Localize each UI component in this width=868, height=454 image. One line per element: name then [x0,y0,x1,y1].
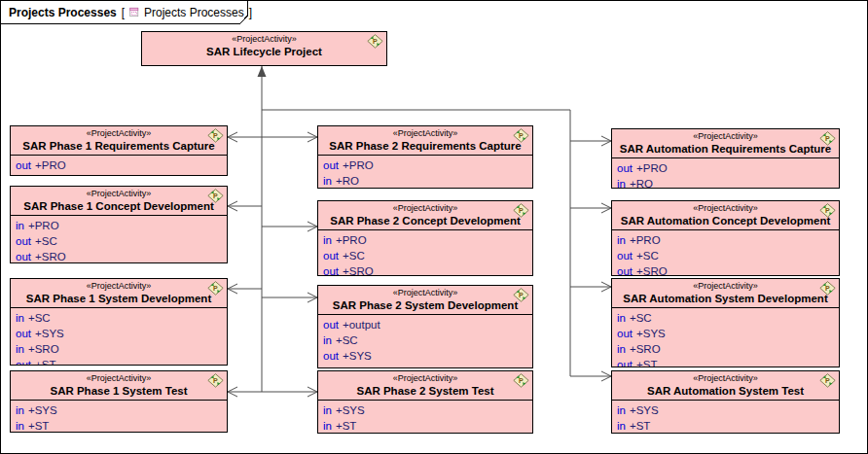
parameter: out+PRO [617,160,839,176]
stereotype-label: «ProjectActivity» [614,203,837,214]
parameters-compartment: in+SCout+SYSin+SROout+ST [11,307,227,366]
param-name: +ST [630,420,650,432]
activity-name: SAR Automation System Test [614,384,837,399]
activity-name: SAR Automation Concept Development [614,214,837,228]
parameters-compartment: in+SYSin+ST [612,400,839,434]
param-direction: out [16,328,31,339]
project-activity-icon: P [513,288,529,302]
parameters-compartment: in+SYSin+ST [11,400,227,433]
param-direction: out [617,162,633,174]
svg-text:P: P [825,135,830,143]
param-name: +RO [630,178,653,189]
svg-text:P: P [519,377,524,385]
param-direction: in [617,234,626,246]
activity-header: «ProjectActivity» SAR Phase 1 System Tes… [11,371,227,400]
activity-name: SAR Phase 1 Requirements Capture [13,139,225,154]
activity-header: «ProjectActivity» SAR Automation System … [612,279,839,307]
param-direction: out [617,250,633,262]
parameter: in+ST [617,418,839,434]
parameter: out+SC [16,233,227,249]
param-direction: in [323,404,332,416]
param-name: +SRO [630,343,661,355]
param-name: +PRO [343,159,374,171]
activity-box-p1_con[interactable]: «ProjectActivity» SAR Phase 1 Concept De… [10,186,228,263]
param-name: +SYS [28,404,57,416]
stereotype-label: «ProjectActivity» [144,34,384,45]
project-activity-icon: P [207,128,224,143]
parameter: out+PRO [16,157,227,173]
param-direction: in [617,420,626,432]
param-name: +PRO [28,220,59,231]
activity-name: SAR Phase 2 Concept Development [320,214,530,228]
activity-name: SAR Phase 2 System Test [320,384,530,399]
param-direction: in [16,404,24,416]
activity-box-p1_test[interactable]: «ProjectActivity» SAR Phase 1 System Tes… [10,370,228,433]
param-direction: in [323,175,332,187]
activity-box-p1_req[interactable]: «ProjectActivity» SAR Phase 1 Requiremen… [10,125,228,176]
stereotype-label: «ProjectActivity» [320,203,530,214]
activity-name: SAR Automation System Development [614,292,837,306]
parameter: out+ST [617,357,839,367]
param-name: +SC [35,235,57,247]
activity-box-p1_sys[interactable]: «ProjectActivity» SAR Phase 1 System Dev… [10,278,228,366]
parameters-compartment: in+PROout+SCout+SRO [318,229,532,276]
tab-open-bracket: [ [122,6,125,19]
activity-box-p2_sys[interactable]: «ProjectActivity» SAR Phase 2 System Dev… [317,285,533,368]
svg-text:P: P [373,38,378,46]
activity-name: SAR Phase 1 System Development [13,292,225,306]
param-direction: out [16,251,31,262]
activity-box-auto_con[interactable]: «ProjectActivity» SAR Automation Concept… [611,200,840,276]
svg-text:P: P [519,207,524,215]
svg-text:P: P [519,292,524,299]
stereotype-label: «ProjectActivity» [13,189,225,199]
param-direction: in [16,312,24,324]
parameters-compartment: in+SCout+SYSin+SROout+ST [612,307,839,367]
param-direction: in [16,420,24,432]
param-direction: in [617,312,626,324]
project-activity-icon: P [819,373,836,388]
param-name: +PRO [636,162,668,174]
activity-box-root[interactable]: «ProjectActivity» SAR Lifecycle Project … [141,31,387,66]
parameter: out+PRO [323,157,532,173]
parameter: out+output [323,317,532,332]
svg-text:P: P [213,192,218,200]
stereotype-label: «ProjectActivity» [320,373,530,384]
param-name: +SRO [35,251,66,262]
parameter: out+SRO [16,249,227,263]
param-name: +SYS [636,328,666,339]
activity-box-p2_test[interactable]: «ProjectActivity» SAR Phase 2 System Tes… [317,370,533,434]
svg-text:P: P [519,132,524,140]
activity-box-p2_con[interactable]: «ProjectActivity» SAR Phase 2 Concept De… [317,200,533,276]
activity-header: «ProjectActivity» SAR Phase 2 Concept De… [318,201,532,229]
param-name: +PRO [336,234,367,246]
param-name: +PRO [630,234,661,246]
activity-box-auto_req[interactable]: «ProjectActivity» SAR Automation Require… [611,128,840,189]
parameter: in+SYS [16,402,227,418]
param-direction: out [16,159,31,171]
activity-box-p2_req[interactable]: «ProjectActivity» SAR Phase 2 Requiremen… [317,125,533,189]
param-direction: in [16,220,24,231]
project-activity-icon: P [513,373,529,388]
param-name: +ST [636,359,657,367]
parameter: out+SRO [617,263,839,276]
param-direction: in [323,366,332,368]
stereotype-label: «ProjectActivity» [320,288,530,298]
activity-header: «ProjectActivity» SAR Phase 1 Requiremen… [11,126,227,155]
svg-text:P: P [213,377,218,385]
project-activity-icon: P [513,203,529,218]
param-name: +SRO [343,265,374,276]
parameter: in+SC [617,310,839,326]
parameter: in+SRO [323,364,532,368]
diagram-header-tab[interactable]: Projects Processes [ Projects Processes … [1,1,252,23]
param-name: +PRO [35,159,66,171]
activity-header: «ProjectActivity» SAR Phase 2 System Tes… [318,371,532,400]
parameters-compartment: out+PROin+RO [612,157,839,189]
param-name: +SYS [35,328,64,339]
parameter: in+RO [323,173,532,189]
activity-box-auto_test[interactable]: «ProjectActivity» SAR Automation System … [611,370,840,434]
project-activity-icon: P [819,281,836,296]
activity-box-auto_sys[interactable]: «ProjectActivity» SAR Automation System … [611,278,840,367]
parameters-compartment: out+PROin+RO [318,155,532,189]
parameter: in+SC [323,332,532,348]
param-direction: in [617,404,626,416]
